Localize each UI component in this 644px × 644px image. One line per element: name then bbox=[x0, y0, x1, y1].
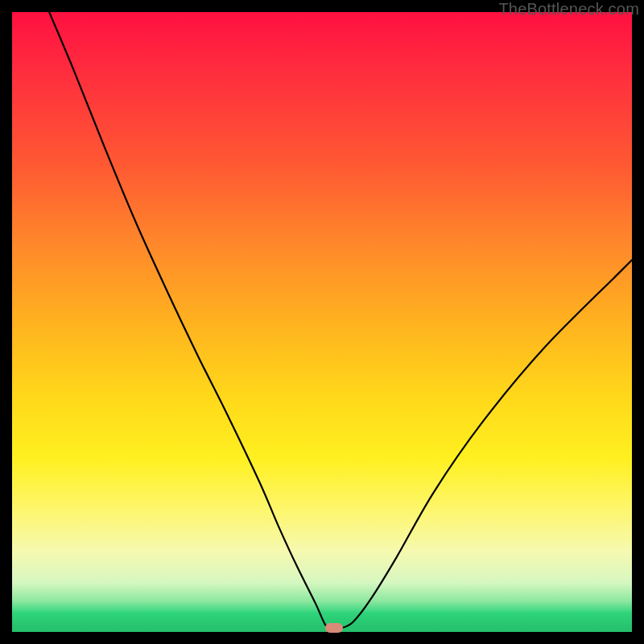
chart-stage: TheBottleneck.com bbox=[0, 0, 644, 644]
curve-layer bbox=[12, 12, 632, 632]
bottleneck-curve bbox=[49, 12, 632, 629]
optimal-point-marker bbox=[325, 623, 343, 633]
plot-area bbox=[12, 12, 632, 632]
watermark-text: TheBottleneck.com bbox=[498, 0, 639, 19]
